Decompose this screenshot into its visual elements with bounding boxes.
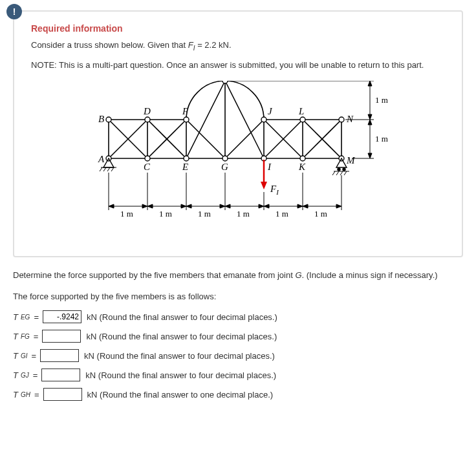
svg-text:1 m: 1 m <box>237 209 250 219</box>
var-label: T <box>13 390 18 400</box>
svg-line-41 <box>107 167 110 171</box>
question-prompt: Determine the force supported by the fiv… <box>13 269 463 283</box>
svg-point-36 <box>338 168 340 171</box>
intro-var: F <box>188 40 193 50</box>
svg-line-16 <box>225 81 264 158</box>
svg-point-32 <box>222 156 228 161</box>
equals: = <box>33 370 38 380</box>
svg-point-31 <box>184 156 189 161</box>
svg-marker-63 <box>261 182 267 189</box>
svg-point-34 <box>300 156 305 161</box>
svg-text:1 m: 1 m <box>276 209 288 219</box>
svg-text:G: G <box>221 162 228 172</box>
equals: = <box>34 390 39 400</box>
svg-line-44 <box>332 171 335 175</box>
var-sub: FG <box>21 333 30 340</box>
svg-text:A: A <box>98 154 105 164</box>
intro-a: Consider a truss shown below. Given that <box>31 40 188 50</box>
answer-row-gj: TGJ= kN (Round the final answer to four … <box>13 369 463 381</box>
svg-point-37 <box>343 168 345 171</box>
svg-point-24 <box>184 117 189 122</box>
answer-row-gi: TGI= kN (Round the final answer to four … <box>13 349 463 362</box>
svg-line-46 <box>340 171 343 175</box>
svg-text:K: K <box>298 162 306 172</box>
required-title: Required information <box>31 23 445 34</box>
svg-point-27 <box>300 117 305 122</box>
answer-input-fg[interactable] <box>42 330 81 343</box>
note-text: NOTE: This is a multi-part question. Onc… <box>31 59 445 72</box>
svg-point-26 <box>261 117 266 122</box>
svg-text:M: M <box>346 155 356 166</box>
svg-text:1 m: 1 m <box>314 209 327 219</box>
svg-point-22 <box>106 117 111 122</box>
hint: kN (Round the final answer to four decim… <box>87 312 277 322</box>
svg-text:1 m: 1 m <box>375 134 388 144</box>
var-sub: GH <box>21 391 30 398</box>
var-label: T <box>13 351 18 361</box>
answer-row-fg: TFG= kN (Round the final answer to four … <box>13 330 463 343</box>
svg-point-28 <box>339 117 344 122</box>
svg-text:F: F <box>182 106 189 116</box>
required-info-card: ! Required information Consider a truss … <box>13 10 463 257</box>
var-label: T <box>13 370 18 380</box>
svg-point-30 <box>145 156 150 161</box>
svg-text:C: C <box>144 162 151 172</box>
svg-text:1 m: 1 m <box>375 95 388 105</box>
hint: kN (Round the final answer to four decim… <box>84 351 275 361</box>
svg-text:I: I <box>267 162 272 172</box>
svg-text:1 m: 1 m <box>120 209 133 219</box>
svg-line-17 <box>225 120 264 158</box>
svg-text:L: L <box>298 106 304 116</box>
svg-line-15 <box>186 81 225 158</box>
var-label: T <box>13 332 18 341</box>
svg-text:D: D <box>143 106 151 116</box>
hint: kN (Round the final answer to four decim… <box>85 370 276 380</box>
prompt-joint: G <box>295 270 301 280</box>
answer-row-eg: TEG= kN (Round the final answer to four … <box>13 310 463 323</box>
hint: kN (Round the final answer to four decim… <box>86 332 277 341</box>
svg-line-14 <box>186 120 225 158</box>
var-sub: GJ <box>21 372 29 379</box>
answer-input-gj[interactable] <box>41 369 80 381</box>
intro-text: Consider a truss shown below. Given that… <box>31 39 445 54</box>
answer-input-gh[interactable] <box>43 388 82 401</box>
equals: = <box>34 312 39 322</box>
var-sub: EG <box>21 314 30 321</box>
svg-line-47 <box>344 171 347 175</box>
var-label: T <box>13 312 18 322</box>
answer-input-eg[interactable] <box>43 310 81 323</box>
equals: = <box>32 351 37 361</box>
svg-point-23 <box>145 117 150 122</box>
svg-text:E: E <box>182 162 188 172</box>
svg-text:1 m: 1 m <box>159 209 172 219</box>
svg-line-40 <box>103 167 106 171</box>
prompt-a: Determine the force supported by the fiv… <box>13 270 295 280</box>
svg-point-25 <box>222 81 228 83</box>
svg-text:B: B <box>98 114 104 124</box>
info-icon: ! <box>6 4 22 19</box>
answer-row-gh: TGH= kN (Round the final answer to one d… <box>13 388 463 401</box>
prompt-b: . (Include a minus sign if necessary.) <box>302 270 438 280</box>
svg-text:J: J <box>268 106 273 116</box>
svg-text:FI: FI <box>270 184 279 196</box>
followup-text: The force supported by the five members … <box>13 292 463 301</box>
svg-line-39 <box>100 167 102 171</box>
equals: = <box>34 332 39 341</box>
intro-b: = 2.2 kN. <box>195 40 232 50</box>
answer-input-gi[interactable] <box>40 349 79 362</box>
svg-text:1 m: 1 m <box>198 209 211 219</box>
var-sub: GI <box>21 352 28 359</box>
truss-figure: A B C D E F G H I J K L M N FI <box>31 81 445 238</box>
hint: kN (Round the final answer to one decima… <box>87 390 274 400</box>
svg-text:N: N <box>346 114 354 124</box>
svg-line-45 <box>336 171 339 175</box>
svg-line-42 <box>111 167 114 171</box>
